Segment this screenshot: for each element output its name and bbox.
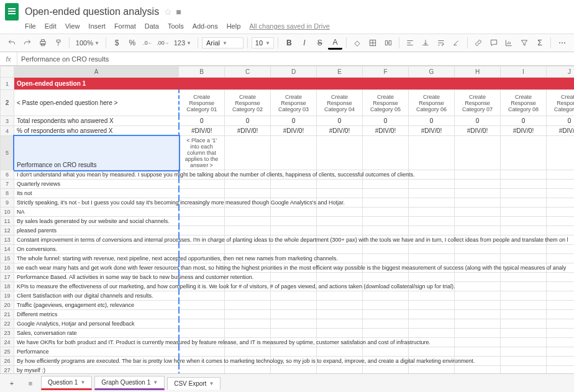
row-4[interactable]: 4 % of respondents who answered X #DIV/0… bbox=[1, 126, 575, 136]
row-header[interactable]: 13 bbox=[1, 235, 14, 245]
response-cell[interactable]: Performance Based. All activities in som… bbox=[14, 273, 179, 282]
row-header[interactable]: 14 bbox=[1, 245, 14, 254]
cell[interactable]: 0 bbox=[225, 116, 271, 126]
pct-label[interactable]: % of respondents who answered X bbox=[14, 126, 179, 136]
menu-help[interactable]: Help bbox=[227, 22, 241, 30]
cell[interactable] bbox=[547, 136, 575, 170]
category-header[interactable]: Create Response Category 05 bbox=[363, 90, 409, 116]
strike-icon[interactable]: S bbox=[312, 36, 327, 50]
col-header[interactable]: J bbox=[547, 66, 575, 78]
increase-decimal-icon[interactable]: .00→ bbox=[156, 36, 170, 50]
row-5[interactable]: 5 Performance on CRO results < Place a '… bbox=[1, 136, 575, 170]
row-header[interactable]: 7 bbox=[1, 180, 14, 189]
add-sheet-icon[interactable]: + bbox=[4, 376, 20, 390]
response-cell[interactable]: I don't understand what you mean by meas… bbox=[14, 170, 179, 180]
cell[interactable]: 0 bbox=[547, 116, 575, 126]
cell[interactable]: #DIV/0! bbox=[317, 126, 363, 136]
bold-icon[interactable]: B bbox=[282, 36, 296, 50]
currency-icon[interactable]: $ bbox=[110, 36, 124, 50]
response-cell[interactable]: Traffic (pageviews, engagement etc), rel… bbox=[14, 301, 179, 310]
col-header[interactable]: E bbox=[317, 66, 363, 78]
category-header[interactable]: Create Response Category 09 bbox=[547, 90, 575, 116]
response-row[interactable]: 11By sales leads generated by our websit… bbox=[1, 217, 575, 226]
cell[interactable] bbox=[409, 136, 455, 170]
column-header-row[interactable]: A B C D E F G H I J bbox=[1, 66, 575, 78]
row-3[interactable]: 3 Total respondents who answered X 0 0 0… bbox=[1, 116, 575, 126]
wrap-icon[interactable] bbox=[434, 36, 448, 50]
response-cell[interactable]: Performance bbox=[14, 347, 179, 357]
row-header[interactable]: 23 bbox=[1, 329, 14, 338]
response-cell[interactable]: Client Satisfaction with our digital cha… bbox=[14, 291, 179, 301]
category-header[interactable]: Create Response Category 07 bbox=[455, 90, 501, 116]
col-header[interactable]: F bbox=[363, 66, 409, 78]
response-cell[interactable]: NA bbox=[14, 207, 179, 217]
response-cell[interactable]: We have OKRs for both product and IT. Pr… bbox=[14, 338, 179, 347]
response-row[interactable]: 14On conversions. bbox=[1, 245, 575, 254]
font-size[interactable]: 10▼ bbox=[252, 37, 274, 48]
response-cell[interactable]: Its not bbox=[14, 189, 179, 198]
row-header[interactable]: 6 bbox=[1, 170, 14, 180]
category-header[interactable]: Create Response Category 06 bbox=[409, 90, 455, 116]
section-title[interactable]: Open-ended question 1 bbox=[14, 78, 575, 90]
row-header[interactable]: 25 bbox=[1, 347, 14, 357]
response-row[interactable]: 22Google Analytics, Hotjar and personal … bbox=[1, 319, 575, 329]
menu-insert[interactable]: Insert bbox=[88, 22, 106, 30]
response-row[interactable]: 19Client Satisfaction with our digital c… bbox=[1, 291, 575, 301]
response-cell[interactable]: we each wear many hats and get work done… bbox=[14, 263, 179, 273]
cell[interactable]: #DIV/0! bbox=[179, 126, 225, 136]
response-cell[interactable]: Sales, conversation rate bbox=[14, 329, 179, 338]
row-header[interactable]: 16 bbox=[1, 263, 14, 273]
menu-edit[interactable]: Edit bbox=[45, 22, 57, 30]
col-header[interactable]: D bbox=[271, 66, 317, 78]
response-row[interactable]: 10NA bbox=[1, 207, 575, 217]
cell[interactable]: 0 bbox=[363, 116, 409, 126]
row-2[interactable]: 2 < Paste open-ended question here > Cre… bbox=[1, 90, 575, 116]
col-header[interactable]: A bbox=[14, 66, 179, 78]
cell[interactable]: #DIV/0! bbox=[271, 126, 317, 136]
response-row[interactable]: 23Sales, conversation rate bbox=[1, 329, 575, 338]
cell[interactable]: 0 bbox=[271, 116, 317, 126]
formula-bar[interactable]: Performance on CRO results bbox=[17, 55, 109, 63]
chart-icon[interactable] bbox=[502, 36, 516, 50]
instruction-cell[interactable]: < Place a '1' into each column that appl… bbox=[179, 136, 225, 170]
all-sheets-icon[interactable]: ≡ bbox=[22, 376, 39, 390]
row-header[interactable]: 20 bbox=[1, 301, 14, 310]
category-header[interactable]: Create Response Category 03 bbox=[271, 90, 317, 116]
response-cell[interactable]: The whole funnel: starting with revenue,… bbox=[14, 254, 179, 263]
col-header[interactable]: C bbox=[225, 66, 271, 78]
folder-icon[interactable]: ■ bbox=[176, 7, 181, 17]
cell[interactable]: #DIV/0! bbox=[409, 126, 455, 136]
more-icon[interactable]: ⋯ bbox=[555, 36, 569, 50]
active-cell[interactable]: Performance on CRO results bbox=[14, 136, 179, 170]
tab-graph[interactable]: Graph Question 1▼ bbox=[94, 376, 165, 390]
row-header[interactable]: 18 bbox=[1, 282, 14, 291]
response-row[interactable]: 9Strictly speaking, it's not - but I gue… bbox=[1, 198, 575, 207]
row-header[interactable]: 26 bbox=[1, 357, 14, 366]
cell[interactable] bbox=[501, 136, 547, 170]
italic-icon[interactable]: I bbox=[298, 36, 312, 50]
row-header[interactable]: 17 bbox=[1, 273, 14, 282]
format-more[interactable]: 123▼ bbox=[171, 39, 194, 47]
row-header[interactable]: 12 bbox=[1, 226, 14, 235]
h-align-icon[interactable] bbox=[403, 36, 417, 50]
functions-icon[interactable]: Σ bbox=[533, 36, 547, 50]
row-header[interactable]: 10 bbox=[1, 207, 14, 217]
response-row[interactable]: 8Its not bbox=[1, 189, 575, 198]
decrease-decimal-icon[interactable]: .0← bbox=[140, 36, 155, 50]
response-row[interactable]: 25Performance bbox=[1, 347, 575, 357]
v-align-icon[interactable] bbox=[419, 36, 433, 50]
col-header[interactable]: I bbox=[501, 66, 547, 78]
zoom-select[interactable]: 100%▼ bbox=[73, 39, 102, 47]
response-cell[interactable]: KPIs to measure the effectiveness of our… bbox=[14, 282, 179, 291]
response-row[interactable]: 7Quarterly reviews bbox=[1, 180, 575, 189]
text-color-icon[interactable]: A bbox=[328, 36, 342, 50]
row-header[interactable]: 9 bbox=[1, 198, 14, 207]
response-row[interactable]: 21Different metrics bbox=[1, 310, 575, 319]
row-header[interactable]: 22 bbox=[1, 319, 14, 329]
row-header[interactable]: 11 bbox=[1, 217, 14, 226]
cell[interactable]: 0 bbox=[179, 116, 225, 126]
row-header[interactable]: 21 bbox=[1, 310, 14, 319]
response-cell[interactable]: Quarterly reviews bbox=[14, 180, 179, 189]
cell[interactable]: 0 bbox=[501, 116, 547, 126]
print-icon[interactable] bbox=[35, 36, 50, 50]
